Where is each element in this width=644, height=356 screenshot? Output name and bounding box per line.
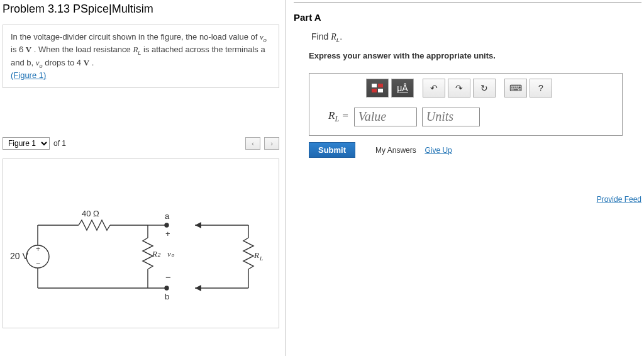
figure-link[interactable]: (Figure 1) xyxy=(11,70,46,80)
value-input[interactable] xyxy=(354,108,417,126)
templates-button[interactable] xyxy=(366,79,389,97)
svg-text:−: − xyxy=(36,259,40,268)
figure-canvas: + − 20 V 40 Ω a xyxy=(3,159,279,328)
figure-controls: Figure 1 of 1 ‹ › xyxy=(3,137,279,150)
problem-title: Problem 3.13 PSpice|Multisim xyxy=(3,3,279,16)
toolbar: μÅ ↶ ↷ ↻ ⌨ ? xyxy=(366,79,616,97)
plus-symbol: + xyxy=(165,229,170,238)
svg-rect-25 xyxy=(378,89,383,92)
r1-label: 40 Ω xyxy=(82,209,99,218)
minus-symbol: − xyxy=(165,272,171,282)
svg-rect-23 xyxy=(378,84,383,87)
var-vo-sub: o xyxy=(264,37,267,43)
svg-marker-16 xyxy=(195,285,201,291)
r2-label: R₂ xyxy=(152,249,161,259)
redo-button[interactable]: ↷ xyxy=(448,79,470,97)
undo-button[interactable]: ↶ xyxy=(423,79,445,97)
vo-label: vₒ xyxy=(167,249,175,259)
text: drops to 4 xyxy=(43,58,84,67)
answer-box: μÅ ↶ ↷ ↻ ⌨ ? RL = xyxy=(309,73,623,136)
rl-label: R xyxy=(253,250,259,260)
text: In the voltage-divider circuit shown in … xyxy=(11,32,260,42)
my-answers-link[interactable]: My Answers xyxy=(375,146,416,155)
source-label: 20 V xyxy=(10,251,28,261)
submit-button[interactable]: Submit xyxy=(309,142,355,158)
svg-point-12 xyxy=(165,286,169,290)
figure-next-button[interactable]: › xyxy=(264,137,279,150)
units-input[interactable] xyxy=(422,108,480,126)
give-up-link[interactable]: Give Up xyxy=(425,146,452,155)
figure-select[interactable]: Figure 1 xyxy=(3,137,50,150)
unit-v: V xyxy=(26,45,31,54)
figure-count-label: of 1 xyxy=(53,139,66,148)
svg-marker-14 xyxy=(195,222,201,228)
keyboard-button[interactable]: ⌨ xyxy=(504,79,527,97)
reset-button[interactable]: ↻ xyxy=(473,79,496,97)
find-var: R xyxy=(331,32,336,42)
help-button[interactable]: ? xyxy=(530,79,552,97)
text: . When the load resistance xyxy=(31,45,133,54)
unit-v: V xyxy=(84,58,89,67)
part-title: Part A xyxy=(294,12,641,23)
svg-text:L: L xyxy=(259,255,263,262)
svg-text:+: + xyxy=(36,245,40,253)
units-button[interactable]: μÅ xyxy=(391,79,414,97)
node-a: a xyxy=(165,211,170,221)
text: . xyxy=(89,58,94,67)
submit-row: Submit My Answers Give Up xyxy=(309,142,641,158)
node-b: b xyxy=(165,292,169,301)
provide-feedback-link[interactable]: Provide Feed xyxy=(597,195,641,204)
figure-prev-button[interactable]: ‹ xyxy=(245,137,260,150)
svg-rect-24 xyxy=(372,89,377,92)
find-instruction: Find RL. xyxy=(311,31,641,43)
units-instruction: Express your answer with the appropriate… xyxy=(309,51,641,60)
input-row: RL = xyxy=(328,108,616,126)
text: is 6 xyxy=(11,45,26,54)
problem-description: In the voltage-divider circuit shown in … xyxy=(3,25,279,88)
answer-variable-label: RL = xyxy=(328,109,349,124)
svg-rect-22 xyxy=(372,84,377,87)
